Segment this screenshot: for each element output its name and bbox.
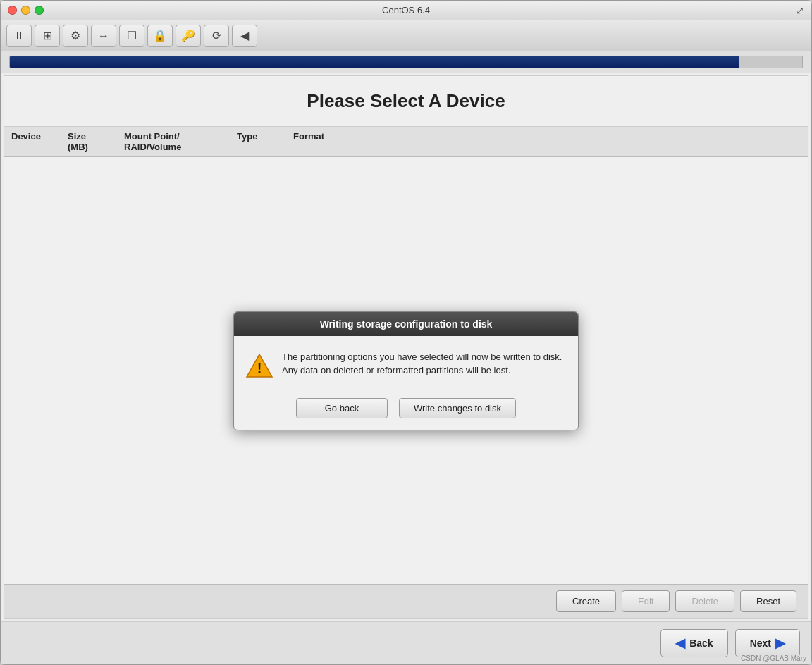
minimize-button[interactable] — [21, 6, 30, 15]
next-button[interactable]: Next ▶ — [735, 629, 800, 657]
next-label: Next — [750, 638, 771, 649]
col-size-header: Size(MB) — [61, 131, 117, 152]
back-arrow-icon: ◀ — [675, 635, 685, 651]
main-content: Please Select A Device Device Size(MB) M… — [4, 75, 808, 619]
next-arrow-icon: ▶ — [775, 635, 785, 651]
title-bar: CentOS 6.4 ⤢ — [1, 1, 811, 20]
create-button[interactable]: Create — [556, 590, 616, 612]
watermark: CSDN @GLAB Mary — [741, 654, 806, 662]
dialog-message: The partitioning options you have select… — [282, 350, 567, 378]
back-button[interactable]: ◀ Back — [660, 629, 727, 657]
close-button[interactable] — [8, 6, 17, 15]
expand-button[interactable]: ⤢ — [796, 5, 804, 16]
toolbar-screenshot-button[interactable]: ⊞ — [35, 25, 60, 47]
maximize-button[interactable] — [35, 6, 44, 15]
toolbar-back-button[interactable]: ◀ — [232, 25, 257, 47]
dialog-title-bar: Writing storage configuration to disk — [234, 312, 578, 336]
toolbar-pause-button[interactable]: ⏸ — [6, 25, 32, 47]
dialog-title: Writing storage configuration to disk — [320, 318, 493, 330]
col-mount-header: Mount Point/RAID/Volume — [117, 131, 230, 152]
toolbar-refresh-button[interactable]: ⟳ — [204, 25, 229, 47]
table-header: Device Size(MB) Mount Point/RAID/Volume … — [4, 127, 808, 157]
back-label: Back — [689, 638, 713, 649]
window-title: CentOS 6.4 — [382, 5, 430, 15]
content-area: Writing storage configuration to disk ! … — [4, 157, 808, 584]
page-title-section: Please Select A Device — [4, 76, 808, 127]
page-title: Please Select A Device — [18, 90, 794, 112]
toolbar-display-button[interactable]: ☐ — [119, 25, 144, 47]
dialog-overlay: Writing storage configuration to disk ! … — [4, 157, 808, 584]
main-window: CentOS 6.4 ⤢ ⏸ ⊞ ⚙ ↔ ☐ 🔒 🔑 ⟳ ◀ Please Se… — [0, 0, 812, 665]
dialog-box: Writing storage configuration to disk ! … — [233, 311, 579, 430]
go-back-button[interactable]: Go back — [296, 398, 388, 418]
progress-bar-outer — [9, 56, 803, 68]
edit-button[interactable]: Edit — [622, 590, 670, 612]
dialog-buttons: Go back Write changes to disk — [234, 391, 578, 430]
progress-container — [1, 51, 811, 73]
toolbar: ⏸ ⊞ ⚙ ↔ ☐ 🔒 🔑 ⟳ ◀ — [1, 20, 811, 51]
warning-icon: ! — [245, 352, 273, 380]
action-bar: Create Edit Delete Reset — [4, 584, 808, 618]
toolbar-key-button[interactable]: 🔑 — [176, 25, 201, 47]
svg-text:!: ! — [257, 360, 262, 375]
toolbar-swap-button[interactable]: ↔ — [91, 25, 116, 47]
toolbar-settings-button[interactable]: ⚙ — [63, 25, 88, 47]
reset-button[interactable]: Reset — [740, 590, 796, 612]
progress-bar-inner — [10, 56, 739, 68]
dialog-body: ! The partitioning options you have sele… — [234, 336, 578, 391]
write-changes-button[interactable]: Write changes to disk — [399, 398, 516, 418]
col-device-header: Device — [4, 131, 61, 152]
delete-button[interactable]: Delete — [675, 590, 734, 612]
toolbar-lock-button[interactable]: 🔒 — [147, 25, 173, 47]
window-controls — [8, 6, 44, 15]
col-type-header: Type — [230, 131, 286, 152]
nav-bar: ◀ Back Next ▶ — [1, 621, 811, 664]
col-format-header: Format — [286, 131, 357, 152]
